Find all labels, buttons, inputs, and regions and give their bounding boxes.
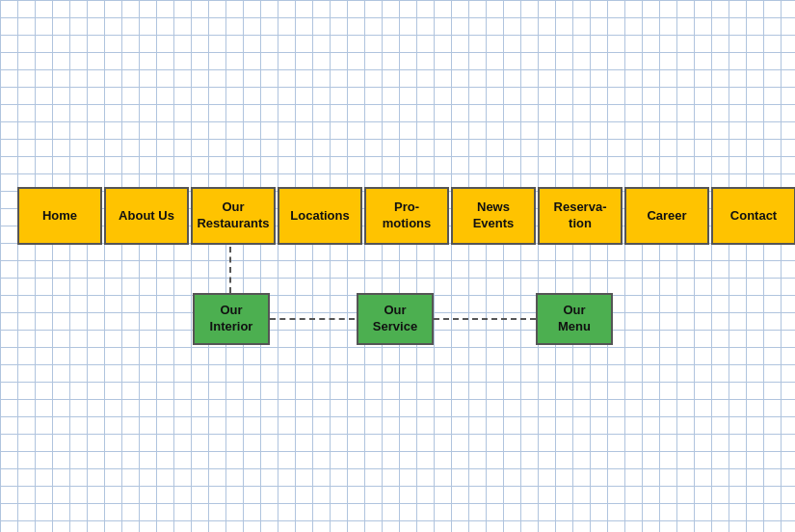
nav-item-reservation[interactable]: Reserva-tion: [538, 187, 623, 245]
sub-label-our-menu: OurMenu: [558, 303, 591, 335]
nav-label-locations: Locations: [290, 208, 349, 225]
sub-label-our-interior: OurInterior: [210, 303, 253, 335]
connector-vertical-restaurants: [229, 247, 231, 293]
nav-label-our-restaurants: OurRestaurants: [197, 200, 269, 232]
nav-label-career: Career: [647, 208, 686, 225]
nav-label-home: Home: [42, 208, 77, 225]
nav-item-contact[interactable]: Contact: [711, 187, 795, 245]
sub-item-our-interior[interactable]: OurInterior: [193, 293, 270, 345]
connector-horizontal-service-menu: [434, 318, 536, 320]
sub-label-our-service: OurService: [373, 303, 417, 335]
nav-item-our-restaurants[interactable]: OurRestaurants: [191, 187, 276, 245]
nav-item-locations[interactable]: Locations: [278, 187, 362, 245]
nav-item-home[interactable]: Home: [17, 187, 102, 245]
main-content: Home About Us OurRestaurants Locations P…: [0, 0, 795, 532]
connector-horizontal-interior-service: [270, 318, 355, 320]
nav-label-news-events: NewsEvents: [473, 200, 515, 232]
nav-label-contact: Contact: [730, 208, 777, 225]
nav-row: Home About Us OurRestaurants Locations P…: [17, 187, 795, 245]
nav-item-career[interactable]: Career: [624, 187, 709, 245]
nav-label-about-us: About Us: [119, 208, 174, 225]
sub-item-our-menu[interactable]: OurMenu: [536, 293, 613, 345]
nav-item-promotions[interactable]: Pro-motions: [364, 187, 449, 245]
nav-item-about-us[interactable]: About Us: [104, 187, 189, 245]
sub-item-our-service[interactable]: OurService: [357, 293, 434, 345]
nav-label-reservation: Reserva-tion: [554, 200, 607, 232]
nav-item-news-events[interactable]: NewsEvents: [451, 187, 536, 245]
nav-label-promotions: Pro-motions: [383, 200, 432, 232]
